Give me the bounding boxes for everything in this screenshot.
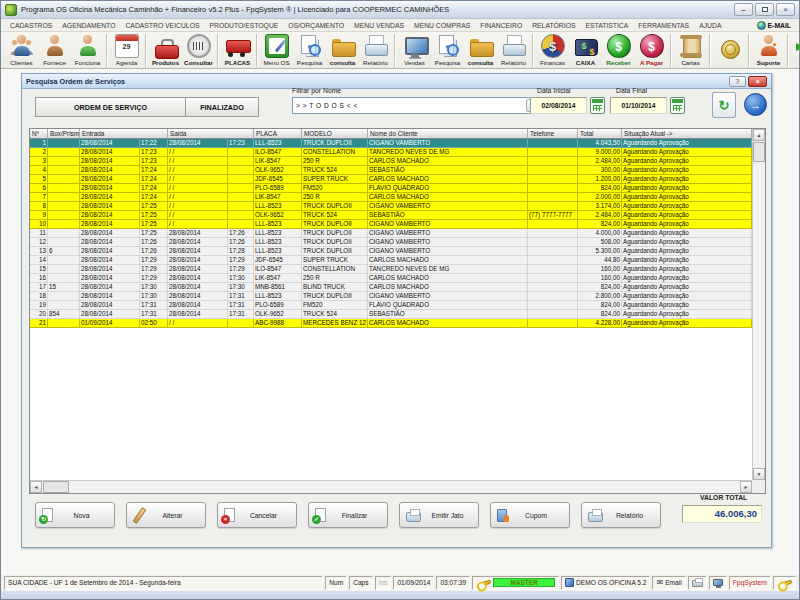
toolbar-button-pesquisa[interactable]: Pesquisa [431,33,464,67]
horizontal-scrollbar[interactable]: ◄ ► [30,480,752,493]
action-button-cupom[interactable]: Cupom [490,502,570,528]
table-row[interactable]: 1028/08/201417:25/ /LLL-8523TRUCK DUPLOI… [30,220,752,229]
action-button-alterar[interactable]: Alterar [126,502,206,528]
table-row[interactable]: 1928/08/201417:3128/08/201417:31PLO-6589… [30,301,752,310]
toolbar-button-clientes[interactable]: Clientes [5,33,38,67]
menu-item-cadastro-veiculos[interactable]: CADASTRO VEICULOS [120,22,204,29]
toolbar-button-cartas[interactable]: Cartas [674,33,707,67]
toolbar-button-placas[interactable]: PLACAS [221,33,254,67]
table-row[interactable]: 1828/08/201417:3028/08/201417:31LLL-8523… [30,292,752,301]
toolbar-button-agenda[interactable]: Agenda [110,33,143,67]
toolbar-button-a-pagar[interactable]: A Pagar [635,33,668,67]
table-row[interactable]: 128/08/201417:2228/08/201417:23LLL-8523T… [30,139,752,148]
menu-os-icon [265,34,289,58]
table-row[interactable]: 1628/08/201417:2928/08/201417:30LIK-8547… [30,274,752,283]
tab-finalizado[interactable]: FINALIZADO [185,97,259,117]
column-header-total[interactable]: Total [578,129,622,139]
scroll-left-arrow[interactable]: ◄ [30,481,42,493]
go-search-button[interactable] [744,93,767,116]
toolbar-button-fornece[interactable]: Fornece [38,33,71,67]
menu-item-cadastros[interactable]: CADASTROS [5,22,57,29]
toolbar-button-funciona[interactable]: Funciona [71,33,104,67]
column-header-entrada[interactable]: Entrada [80,129,168,139]
toolbar-button-moedas[interactable] [713,33,746,67]
table-row[interactable]: 828/08/201417:25/ /LLL-8523TRUCK DUPLOII… [30,202,752,211]
minimize-button[interactable]: – [734,3,753,16]
date-start-field[interactable]: 02/08/2014 [530,97,587,114]
toolbar-button-consultar[interactable]: Consultar [182,33,215,67]
toolbar-button-sair[interactable] [791,33,800,67]
menu-item-relat-rios[interactable]: RELATÓRIOS [527,22,580,29]
toolbar-button-caixa[interactable]: CAIXA [569,33,602,67]
menu-item-os-or-amento[interactable]: OS/ORÇAMENTO [283,22,349,29]
scroll-down-arrow[interactable]: ▼ [753,468,765,480]
table-row[interactable]: 928/08/201417:25/ /OLK-9652TRUCK 524SEBA… [30,211,752,220]
table-row[interactable]: 171528/08/201417:3028/08/201417:30MNB-85… [30,283,752,292]
table-row[interactable]: 13628/08/201417:2628/08/201417:28LLL-852… [30,247,752,256]
refresh-button[interactable] [712,92,736,118]
dialog-help-button[interactable]: ? [729,76,746,87]
status-email[interactable]: ✉ Email [652,576,685,590]
column-header-situa-o-atual[interactable]: Situação Atual -> [622,129,752,139]
column-header-box-prisma[interactable]: Box/Prisma [48,129,80,139]
column-header-modelo[interactable]: MODELO [302,129,368,139]
status-printer[interactable] [688,576,707,590]
date-end-calendar-button[interactable] [670,97,685,114]
menu-item-ajuda[interactable]: AJUDA [694,22,726,29]
toolbar-button-menu-os[interactable]: Menu OS [260,33,293,67]
menu-item-agendamento[interactable]: AGENDAMENTO [57,22,120,29]
date-start-calendar-button[interactable] [590,97,605,114]
menu-item-email[interactable]: E-MAIL [753,21,795,30]
toolbar-button-financas[interactable]: Financas [536,33,569,67]
toolbar-button-relat-rio[interactable]: Relatório [359,33,392,67]
table-row[interactable]: 1128/08/201417:2528/08/201417:26LLL-8523… [30,229,752,238]
toolbar-button-suporte[interactable]: Suporte [752,33,785,67]
table-row[interactable]: 628/08/201417:24/ /PLO-6589FM520FLAVIO Q… [30,184,752,193]
menu-item-menu-compras[interactable]: MENU COMPRAS [409,22,475,29]
column-header-telefone[interactable]: Telefone [528,129,578,139]
action-button-finalizar[interactable]: Finalizar [308,502,388,528]
toolbar-button-consulta[interactable]: consulta [464,33,497,67]
restore-button[interactable] [755,3,774,16]
tab-ordem-de-servico[interactable]: ORDEM DE SERVIÇO [35,97,185,117]
date-end-field[interactable]: 01/10/2014 [610,97,667,114]
table-row[interactable]: 428/08/201417:24/ /OLK-9652TRUCK 524SEBA… [30,166,752,175]
table-row[interactable]: 1528/08/201417:2928/08/201417:29ILO-8547… [30,265,752,274]
toolbar-button-vendas[interactable]: Vendas [398,33,431,67]
vertical-scrollbar[interactable]: ▲ ▼ [752,129,765,480]
column-header-placa[interactable]: PLACA [254,129,302,139]
table-row[interactable]: 228/08/201417:23/ /ILO-8547CONSTELLATION… [30,148,752,157]
toolbar-button-produtos[interactable]: Produtos [149,33,182,67]
name-filter-select[interactable]: > > T O D O S < < [292,97,542,114]
toolbar-button-relat-rio[interactable]: Relatório [497,33,530,67]
close-button[interactable]: × [776,3,795,16]
action-button-emitir-jato[interactable]: Emitir Jato [399,502,479,528]
action-button-nova[interactable]: Nova [35,502,115,528]
table-row[interactable]: 1428/08/201417:2928/08/201417:29JDF-6545… [30,256,752,265]
table-row[interactable]: 328/08/201417:23/ /LIK-8547250 RCARLOS M… [30,157,752,166]
table-row[interactable]: 528/08/201417:24/ /JDF-6545SUPER TRUCKCA… [30,175,752,184]
vertical-scroll-thumb[interactable] [753,142,765,162]
menu-item-ferramentas[interactable]: FERRAMENTAS [633,22,694,29]
column-header-saida[interactable]: Saida [168,129,254,139]
menu-item-financeiro[interactable]: FINANCEIRO [475,22,527,29]
scroll-right-arrow[interactable]: ► [740,481,752,493]
horizontal-scroll-thumb[interactable] [43,481,69,493]
dialog-close-button[interactable]: × [748,76,767,87]
action-button-relat-rio[interactable]: Relatório [581,502,661,528]
menu-item-produto-estoque[interactable]: PRODUTO/ESTOQUE [204,22,283,29]
scroll-up-arrow[interactable]: ▲ [753,129,765,141]
menu-item-menu-vendas[interactable]: MENU VENDAS [349,22,409,29]
toolbar-button-pesquisa[interactable]: Pesquisa [293,33,326,67]
status-network[interactable] [709,576,727,590]
table-row[interactable]: 2085428/08/201417:3128/08/201417:31OLK-9… [30,310,752,319]
table-row[interactable]: 2101/09/201402:50/ /ABC-9988MERCEDES BEN… [30,319,752,328]
toolbar-button-receber[interactable]: Receber [602,33,635,67]
action-button-cancelar[interactable]: Cancelar [217,502,297,528]
column-header-nome-do-cliente[interactable]: Nome do Cliente [368,129,528,139]
table-row[interactable]: 728/08/201417:24/ /LIK-8547250 RCARLOS M… [30,193,752,202]
table-row[interactable]: 1228/08/201417:2628/08/201417:26LLL-8523… [30,238,752,247]
menu-item-estatistica[interactable]: ESTATISTICA [580,22,633,29]
column-header-n[interactable]: Nº [30,129,48,139]
toolbar-button-consulta[interactable]: consulta [326,33,359,67]
